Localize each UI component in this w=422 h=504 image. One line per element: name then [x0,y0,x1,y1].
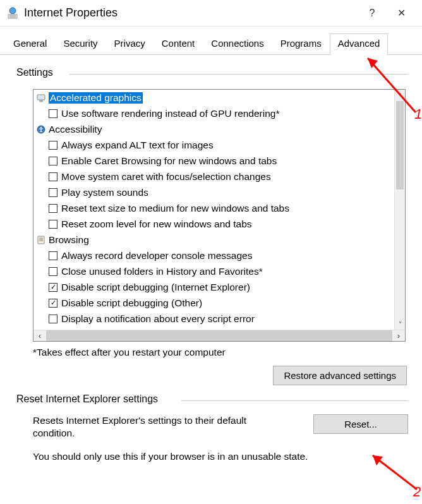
scroll-track[interactable] [46,330,392,341]
checkbox[interactable] [49,267,57,276]
settings-group-label: Settings [13,67,57,78]
svg-rect-1 [8,15,17,18]
tree-item[interactable]: Move system caret with focus/selection c… [33,169,394,184]
tree-item-label: Disable script debugging (Internet Explo… [61,282,250,293]
tree-item[interactable]: Use software rendering instead of GPU re… [33,105,394,121]
tree-item-label: Reset zoom level for new windows and tab… [61,219,252,230]
tree-group-label: Accelerated graphics [49,92,143,104]
reset-description: Resets Internet Explorer's settings to t… [33,414,267,440]
tab-security[interactable]: Security [55,33,106,55]
checkbox[interactable]: ✓ [49,299,57,308]
tree-item[interactable]: Enable Caret Browsing for new windows an… [33,153,394,169]
tab-connections[interactable]: Connections [203,33,272,55]
tab-programs[interactable]: Programs [272,33,330,55]
tree-item-label: Play system sounds [61,187,148,198]
help-button[interactable]: ? [358,1,387,26]
checkbox[interactable] [49,109,57,118]
tab-advanced[interactable]: Advanced [330,33,389,55]
tree-item[interactable]: ✓ Disable script debugging (Other) [33,295,394,311]
tree-group-accessibility[interactable]: Accessibility [33,121,394,137]
svg-point-0 [9,8,16,14]
svg-rect-5 [40,100,42,102]
tree-item[interactable]: ✓ Disable script debugging (Internet Exp… [33,279,394,295]
tree-item-label: Reset text size to medium for new window… [61,203,289,214]
tree-item-label: Use software rendering instead of GPU re… [61,108,280,119]
tree-item-label: Always expand ALT text for images [61,140,214,151]
reset-warning: You should only use this if your browser… [33,451,408,462]
tree-item[interactable]: Close unused folders in History and Favo… [33,263,394,279]
svg-rect-8 [38,236,44,244]
tab-privacy[interactable]: Privacy [106,33,154,55]
tab-content-advanced: Settings Accelerated graphics Use softwa… [0,55,422,467]
tree-item-label: Display a notification about every scrip… [61,313,255,325]
scroll-thumb[interactable] [396,101,404,189]
tree-item-label: Move system caret with focus/selection c… [61,171,271,183]
tree-item-label: Always record developer console messages [61,250,252,261]
checkbox[interactable] [49,157,57,165]
checkbox[interactable] [49,188,57,197]
restart-note: *Takes effect after you restart your com… [33,347,408,358]
annotation-label-1: 1 [414,106,422,123]
checkbox[interactable] [49,220,57,229]
checkbox[interactable] [49,251,57,260]
tree-item[interactable]: Always expand ALT text for images [33,137,394,153]
scroll-down-icon[interactable]: ˅ [395,318,405,330]
reset-groupbox: Reset Internet Explorer settings Resets … [14,394,408,462]
svg-point-7 [40,126,42,128]
app-icon [6,7,19,20]
settings-tree-list[interactable]: Accelerated graphics Use software render… [33,90,394,330]
tree-item-label: Enable Caret Browsing for new windows an… [61,155,277,167]
reset-button[interactable]: Reset... [313,414,408,434]
settings-groupbox: Settings Accelerated graphics Use softwa… [14,68,408,385]
close-button[interactable]: ✕ [387,1,416,26]
restore-advanced-button[interactable]: Restore advanced settings [273,366,407,385]
tree-group-label: Browsing [49,234,89,246]
checkbox[interactable] [49,315,57,323]
monitor-icon [36,93,46,103]
tree-item[interactable]: Reset zoom level for new windows and tab… [33,216,394,232]
tree-item[interactable]: Always record developer console messages [33,248,394,263]
settings-tree: Accelerated graphics Use software render… [33,89,406,342]
tree-item-label: Disable script debugging (Other) [61,297,202,309]
titlebar: Internet Properties ? ✕ [0,0,422,27]
document-icon [36,235,46,245]
tree-item[interactable]: Play system sounds [33,184,394,200]
checkbox[interactable] [49,204,57,213]
checkbox[interactable]: ✓ [49,283,57,292]
checkbox[interactable] [49,141,57,150]
tree-group-label: Accessibility [49,124,102,135]
vertical-scrollbar[interactable]: ˄ ˅ [394,90,405,330]
checkbox[interactable] [49,172,57,181]
accessibility-icon [36,124,46,135]
tree-group-accelerated-graphics[interactable]: Accelerated graphics [33,90,394,105]
horizontal-scrollbar[interactable]: ‹ › [33,330,405,341]
tab-general[interactable]: General [5,33,55,55]
tree-item-label: Close unused folders in History and Favo… [61,266,263,277]
annotation-label-2: 2 [413,484,421,500]
tree-item[interactable]: Display a notification about every scrip… [33,311,394,327]
scroll-up-icon[interactable]: ˄ [395,90,405,101]
reset-group-label: Reset Internet Explorer settings [13,393,162,405]
scroll-left-icon[interactable]: ‹ [33,330,46,341]
tab-content[interactable]: Content [154,33,203,55]
tree-item[interactable]: Reset text size to medium for new window… [33,200,394,216]
tree-group-browsing[interactable]: Browsing [33,232,394,248]
tab-strip: General Security Privacy Content Connect… [0,27,422,55]
window-title: Internet Properties [24,6,358,20]
scroll-right-icon[interactable]: › [392,330,405,341]
svg-rect-4 [37,95,45,100]
groupbox-divider [181,400,408,401]
groupbox-divider [69,74,408,75]
